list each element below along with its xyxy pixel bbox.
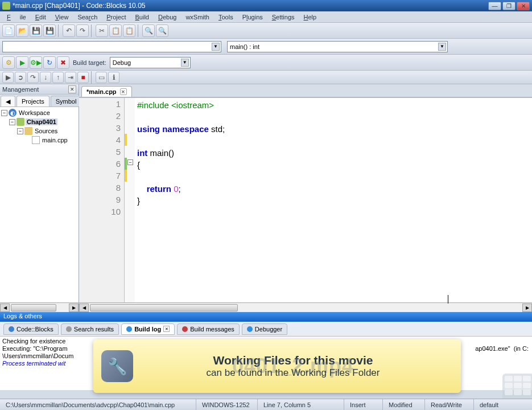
scroll-left-button[interactable]: ◀ xyxy=(0,304,10,312)
function-combo[interactable]: main() : int ▼ xyxy=(227,41,448,52)
paste-button[interactable]: 📋 xyxy=(123,24,135,37)
log-tab-buildmsg[interactable]: Build messages xyxy=(177,323,240,335)
menu-help[interactable]: Help xyxy=(299,13,321,22)
step-into-button[interactable]: ↓ xyxy=(40,72,51,83)
stop-debug-button[interactable]: ■ xyxy=(77,72,89,83)
rebuild-button[interactable]: ↻ xyxy=(43,56,56,69)
code-text[interactable]: #include <iostream> using namespace std;… xyxy=(135,98,532,302)
tab-projects[interactable]: Projects xyxy=(17,96,50,106)
build-target-combo[interactable]: Debug ▼ xyxy=(110,57,191,68)
project-icon xyxy=(17,118,24,126)
close-tab-button[interactable]: ✕ xyxy=(120,88,127,95)
log-tab-debugger[interactable]: Debugger xyxy=(242,323,287,335)
tree-toggle-icon[interactable]: − xyxy=(17,128,23,134)
run-button[interactable]: ▶ xyxy=(16,56,28,69)
build-run-button[interactable]: ⚙▶ xyxy=(30,56,42,69)
close-panel-button[interactable]: ✕ xyxy=(68,85,76,93)
build-target-label: Build target: xyxy=(73,59,106,66)
copy-button[interactable]: 📋 xyxy=(109,24,122,37)
window-title: *main.cpp [Chap0401] - Code::Blocks 10.0… xyxy=(13,2,488,10)
mgmt-hscrollbar[interactable]: ◀ ▶ xyxy=(0,302,79,312)
tree-file-main[interactable]: main.cpp xyxy=(32,136,77,145)
menu-file[interactable]: File xyxy=(2,13,31,22)
tree-label: Chap0401 xyxy=(26,118,57,125)
menu-bar: File Edit View Search Project Build Debu… xyxy=(0,11,532,23)
log-tab-search[interactable]: Search results xyxy=(61,323,119,335)
close-button[interactable]: ✕ xyxy=(517,2,530,10)
find-button[interactable]: 🔍 xyxy=(142,24,155,37)
editor-tabs: *main.cpp ✕ xyxy=(79,84,532,98)
tab-dot-icon xyxy=(247,326,253,332)
tree-project[interactable]: − Chap0401 xyxy=(9,117,77,126)
save-button[interactable]: 💾 xyxy=(30,24,42,37)
window-title-bar: *main.cpp [Chap0401] - Code::Blocks 10.0… xyxy=(0,0,532,11)
next-line-button[interactable]: ↷ xyxy=(27,72,39,83)
log-tab-codeblocks[interactable]: Code::Blocks xyxy=(3,323,59,335)
status-insert-mode: Insert xyxy=(344,399,383,410)
info-button[interactable]: ℹ xyxy=(108,72,119,83)
line-number-gutter: 1 2 3 4 5 6 7 8 9 10 xyxy=(79,98,125,302)
save-all-button[interactable]: 💾 xyxy=(43,24,56,37)
scroll-left-button[interactable]: ◀ xyxy=(79,304,89,312)
dropdown-arrow-icon: ▼ xyxy=(212,43,220,51)
build-target-value: Debug xyxy=(113,59,131,66)
workspace-icon: ◐ xyxy=(9,109,17,117)
menu-plugins[interactable]: Plugins xyxy=(238,13,267,22)
menu-view[interactable]: View xyxy=(51,13,73,22)
maximize-button[interactable]: ❐ xyxy=(502,2,515,10)
logs-header[interactable]: Logs & others xyxy=(0,312,532,322)
close-tab-button[interactable]: ✕ xyxy=(163,326,170,332)
editor-hscrollbar[interactable]: ◀ ▶ xyxy=(79,302,532,312)
log-tabs: Code::Blocks Search results Build log ✕ … xyxy=(0,322,532,337)
tab-symbols[interactable]: Symbol xyxy=(51,96,82,106)
scroll-right-button[interactable]: ▶ xyxy=(522,304,532,312)
scope-combo[interactable]: ▼ xyxy=(2,41,221,52)
tree-workspace[interactable]: − ◐ Workspace xyxy=(1,108,77,117)
menu-edit[interactable]: Edit xyxy=(31,13,51,22)
minimize-button[interactable]: — xyxy=(488,2,501,10)
function-value: main() : int xyxy=(230,43,259,50)
redo-button[interactable]: ↷ xyxy=(76,24,89,37)
log-tab-buildlog[interactable]: Build log ✕ xyxy=(121,323,175,335)
tree-toggle-icon[interactable]: − xyxy=(9,119,15,125)
dropdown-arrow-icon: ▼ xyxy=(181,59,189,67)
menu-debug[interactable]: Debug xyxy=(154,13,181,22)
new-file-button[interactable]: 📄 xyxy=(2,24,15,37)
search-icon xyxy=(66,326,72,332)
toolbar-build: ⚙ ▶ ⚙▶ ↻ ✖ Build target: Debug ▼ xyxy=(0,55,532,71)
tab-nav-left[interactable]: ◀ xyxy=(1,96,15,106)
status-filepath: C:\Users\mmcmillan\Documents\advcpp\Chap… xyxy=(0,399,196,410)
menu-build[interactable]: Build xyxy=(131,13,154,22)
replace-button[interactable]: 🔍 xyxy=(156,24,168,37)
fold-toggle-icon[interactable]: − xyxy=(127,159,133,165)
code-editor[interactable]: 1 2 3 4 5 6 7 8 9 10 xyxy=(79,98,532,302)
project-tree: − ◐ Workspace − Chap0401 − Sources main.… xyxy=(0,107,79,302)
toolbar-scope: ▼ main() : int ▼ xyxy=(0,39,532,55)
tree-folder-sources[interactable]: − Sources xyxy=(17,126,77,136)
tree-label: Workspace xyxy=(18,109,51,116)
fold-column: − xyxy=(127,98,135,302)
next-instr-button[interactable]: ⇥ xyxy=(65,72,76,83)
scroll-right-button[interactable]: ▶ xyxy=(69,304,79,312)
tab-dot-icon xyxy=(9,326,14,332)
undo-button[interactable]: ↶ xyxy=(63,24,75,37)
menu-project[interactable]: Project xyxy=(102,13,130,22)
editor-tab-main[interactable]: *main.cpp ✕ xyxy=(81,86,132,97)
management-title-bar: Management ✕ xyxy=(0,84,79,95)
toolbar-debug: ▶ ➲ ↷ ↓ ↑ ⇥ ■ ▭ ℹ xyxy=(0,71,532,84)
tree-toggle-icon[interactable]: − xyxy=(1,110,7,116)
menu-settings[interactable]: Settings xyxy=(267,13,299,22)
abort-button[interactable]: ✖ xyxy=(57,56,69,69)
overlay-subtitle: can be found in the Working Files Folder xyxy=(133,367,453,379)
run-to-cursor-button[interactable]: ➲ xyxy=(15,72,26,83)
step-out-button[interactable]: ↑ xyxy=(52,72,64,83)
menu-wxsmith[interactable]: wxSmith xyxy=(181,13,214,22)
menu-tools[interactable]: Tools xyxy=(214,13,238,22)
debug-windows-button[interactable]: ▭ xyxy=(96,72,107,83)
debug-start-button[interactable]: ▶ xyxy=(2,72,14,83)
build-button[interactable]: ⚙ xyxy=(2,56,15,69)
menu-search[interactable]: Search xyxy=(73,13,102,22)
open-button[interactable]: 📂 xyxy=(16,24,28,37)
file-icon xyxy=(32,136,40,144)
cut-button[interactable]: ✂ xyxy=(96,24,108,37)
